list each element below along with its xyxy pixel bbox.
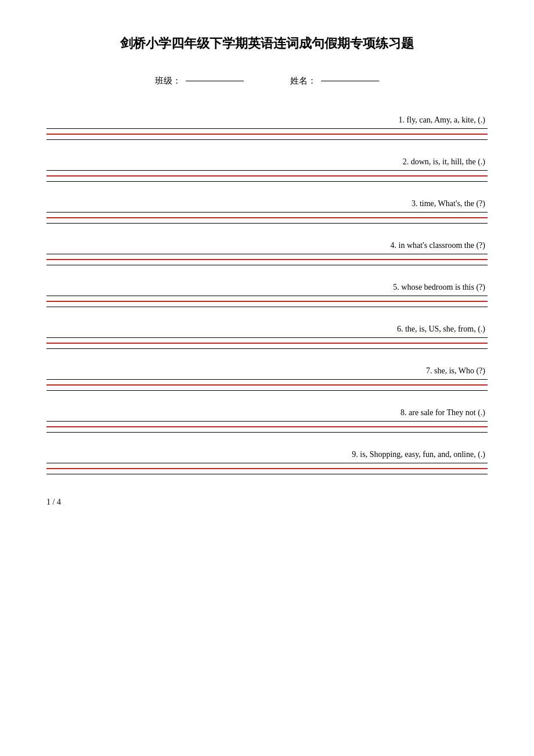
page-footer: 1 / 4 xyxy=(46,498,488,507)
answer-line-q4-0 xyxy=(46,254,488,254)
answer-line-q9-2 xyxy=(46,474,488,474)
answer-line-q1-1 xyxy=(46,134,488,135)
header-info: 班级： 姓名： xyxy=(46,75,488,87)
question-prompt-q3: 3. time, What's, the (?) xyxy=(46,199,488,208)
answer-line-q3-1 xyxy=(46,217,488,218)
answer-line-q8-2 xyxy=(46,432,488,433)
answer-line-q9-0 xyxy=(46,463,488,463)
question-block-q1: 1. fly, can, Amy, a, kite, (.) xyxy=(46,116,488,140)
question-block-q4: 4. in what's classroom the (?) xyxy=(46,241,488,265)
question-prompt-q2: 2. down, is, it, hill, the (.) xyxy=(46,157,488,167)
answer-line-q3-2 xyxy=(46,223,488,224)
question-prompt-q4: 4. in what's classroom the (?) xyxy=(46,241,488,250)
answer-lines-q6 xyxy=(46,337,488,349)
answer-line-q8-1 xyxy=(46,426,488,427)
answer-lines-q7 xyxy=(46,379,488,391)
questions-area: 1. fly, can, Amy, a, kite, (.)2. down, i… xyxy=(46,116,488,474)
answer-line-q7-2 xyxy=(46,390,488,391)
answer-line-q9-1 xyxy=(46,468,488,469)
answer-line-q7-1 xyxy=(46,384,488,386)
answer-line-q2-1 xyxy=(46,175,488,177)
answer-line-q6-2 xyxy=(46,348,488,349)
question-block-q6: 6. the, is, US, she, from, (.) xyxy=(46,325,488,349)
question-block-q5: 5. whose bedroom is this (?) xyxy=(46,283,488,307)
answer-lines-q9 xyxy=(46,463,488,474)
name-label: 姓名： xyxy=(290,75,316,87)
question-prompt-q5: 5. whose bedroom is this (?) xyxy=(46,283,488,292)
answer-line-q3-0 xyxy=(46,212,488,213)
question-prompt-q6: 6. the, is, US, she, from, (.) xyxy=(46,325,488,334)
question-block-q2: 2. down, is, it, hill, the (.) xyxy=(46,157,488,182)
answer-line-q4-2 xyxy=(46,265,488,265)
question-block-q8: 8. are sale for They not (.) xyxy=(46,408,488,433)
question-prompt-q9: 9. is, Shopping, easy, fun, and, online,… xyxy=(46,450,488,459)
question-block-q3: 3. time, What's, the (?) xyxy=(46,199,488,224)
name-field: 姓名： xyxy=(290,75,379,87)
answer-line-q6-1 xyxy=(46,343,488,344)
answer-lines-q5 xyxy=(46,296,488,307)
answer-lines-q3 xyxy=(46,212,488,224)
class-label: 班级： xyxy=(155,75,181,87)
answer-lines-q2 xyxy=(46,170,488,182)
answer-line-q7-0 xyxy=(46,379,488,380)
answer-line-q2-2 xyxy=(46,181,488,182)
answer-line-q2-0 xyxy=(46,170,488,171)
answer-lines-q8 xyxy=(46,421,488,433)
page-indicator: 1 / 4 xyxy=(46,498,61,506)
class-line xyxy=(186,81,244,81)
answer-line-q5-0 xyxy=(46,296,488,296)
answer-lines-q4 xyxy=(46,254,488,265)
answer-line-q5-1 xyxy=(46,301,488,302)
question-block-q9: 9. is, Shopping, easy, fun, and, online,… xyxy=(46,450,488,474)
name-line xyxy=(321,81,379,81)
class-field: 班级： xyxy=(155,75,244,87)
question-block-q7: 7. she, is, Who (?) xyxy=(46,366,488,391)
question-prompt-q1: 1. fly, can, Amy, a, kite, (.) xyxy=(46,116,488,125)
answer-line-q1-0 xyxy=(46,128,488,129)
page-title: 剑桥小学四年级下学期英语连词成句假期专项练习题 xyxy=(46,35,488,52)
answer-lines-q1 xyxy=(46,128,488,140)
answer-line-q5-2 xyxy=(46,307,488,307)
answer-line-q4-1 xyxy=(46,259,488,260)
question-prompt-q8: 8. are sale for They not (.) xyxy=(46,408,488,417)
answer-line-q8-0 xyxy=(46,421,488,422)
question-prompt-q7: 7. she, is, Who (?) xyxy=(46,366,488,376)
answer-line-q6-0 xyxy=(46,337,488,338)
answer-line-q1-2 xyxy=(46,139,488,140)
